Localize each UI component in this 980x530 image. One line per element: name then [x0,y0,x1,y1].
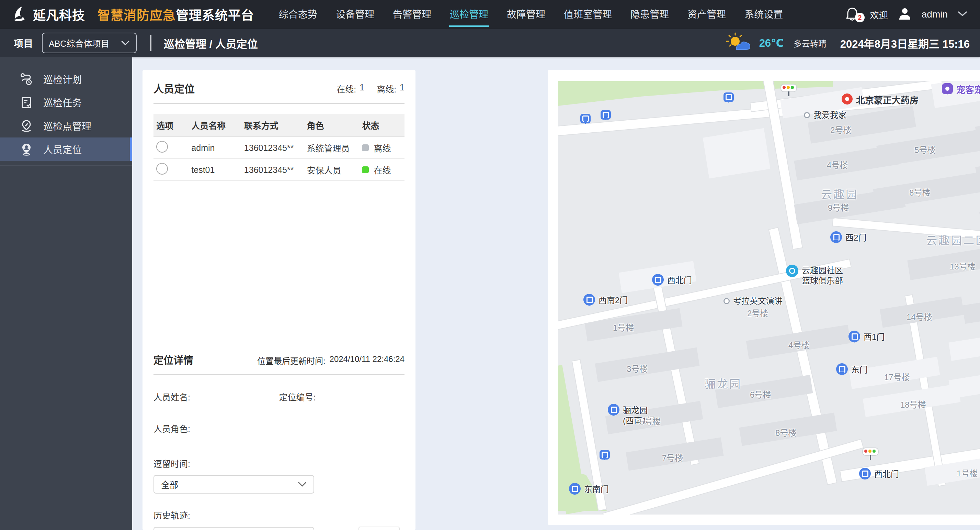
traffic-light-icon [862,447,879,456]
gate-pin-icon[interactable] [569,483,581,495]
map-marker-bldg: 1号楼 [957,468,978,479]
map-marker-gate: 西北门 [652,275,692,286]
map-building [948,329,980,361]
map-marker-poi-dot: 我爱我家 [804,110,846,120]
poi-dot-pin-icon[interactable] [804,112,810,118]
history-track-label: 历史轨迹: [153,509,190,521]
map-label: 云趣园 [821,188,858,201]
datetime: 2024年8月3日星期三 15:16 [840,35,970,51]
top-right: 2 欢迎 admin [845,6,968,22]
poi-purple-pin-icon[interactable] [942,83,953,94]
gate-pin-icon[interactable] [836,363,848,375]
nav-item-overview[interactable]: 综合态势 [278,2,318,27]
temperature: 26℃ [759,37,784,49]
map-label: 考拉英文演讲 [733,296,783,306]
map-label: 5号楼 [640,417,661,427]
map[interactable]: 宠客宠物店北京蒙正大药房我爱我家2号楼6号楼5号楼4号楼7号楼8号楼云趣园9号楼… [558,81,980,514]
poi-red-pin-icon[interactable] [842,94,853,104]
map-marker-bldg: 2号楼 [830,125,851,136]
nav-item-alarms[interactable]: 告警管理 [392,2,432,27]
gate-pin-icon[interactable] [859,468,871,479]
map-marker-bldg: 2号楼 [747,308,768,319]
row-radio[interactable] [156,141,168,153]
col-option: 选项 [153,114,189,137]
history-datetime-input[interactable]: 年 /月/日 00:00 - 23:59 [153,527,314,530]
sidebar-item-label: 巡检计划 [43,72,82,86]
col-name: 人员名称 [189,114,242,137]
online-count: 1 [360,83,364,95]
panel-title: 人员定位 [153,80,195,96]
map-marker-club: 云趣园社区 篮球俱乐部 [786,265,843,286]
table-row[interactable]: test01 136012345** 安保人员 在线 [153,159,404,181]
map-marker-bus [600,450,610,460]
row-radio[interactable] [156,163,168,175]
person-role: 安保人员 [304,159,360,181]
username-label[interactable]: admin [922,9,948,20]
map-marker-bldg: 9号楼 [828,203,849,213]
map-label: 西1门 [864,332,885,342]
gate-pin-icon[interactable] [584,294,595,306]
poi-dot-pin-icon[interactable] [724,298,730,304]
table-row[interactable]: admin 136012345** 系统管理员 离线 [153,137,404,159]
breadcrumb: 巡检管理 / 人员定位 [164,35,258,51]
sidebar-item-label: 人员定位 [43,142,82,156]
gate-pin-icon[interactable] [652,274,664,286]
person-phone: 136012345** [242,159,304,181]
sidebar-item-inspection-task[interactable]: 巡检任务 [0,91,132,114]
brand-company: 延凡科技 [33,5,85,24]
map-label: 西北门 [874,469,899,479]
map-label: 北京蒙正大药房 [856,95,918,106]
gate-pin-icon[interactable] [830,231,842,243]
gate-pin-icon[interactable] [608,404,619,415]
main-nav: 综合态势 设备管理 告警管理 巡检管理 故障管理 值班室管理 隐患管理 资产管理… [278,2,835,27]
project-chevron-down-icon [121,40,130,46]
person-name: test01 [189,159,242,181]
map-marker-bus [601,110,611,120]
query-button[interactable]: 查询 [358,527,400,530]
person-location-panel: 人员定位 在线:1 离线:1 选项 人员名称 联系方式 角色 状 [143,70,415,530]
user-avatar-icon[interactable] [897,6,912,22]
bus-pin-icon[interactable] [580,114,590,123]
bus-pin-icon[interactable] [601,110,611,120]
map-marker-gate: 西2门 [830,233,866,243]
map-label: 8号楼 [775,428,796,438]
company-logo-icon [10,5,28,24]
nav-item-faults[interactable]: 故障管理 [506,2,546,27]
nav-item-devices[interactable]: 设备管理 [335,2,375,27]
map-label: 2号楼 [747,308,768,319]
sidebar-item-person-location[interactable]: 人员定位 [0,137,132,161]
map-label: 骊龙园 [705,377,742,391]
map-marker-gate: 西南2门 [584,295,628,306]
club-pin-icon[interactable] [786,265,799,277]
last-updated-value: 2024/10/11 22:46:24 [329,354,404,366]
nav-item-assets[interactable]: 资产管理 [687,2,727,27]
map-marker-poi-purple: 宠客宠物店 [942,85,980,96]
app: 延凡科技 智慧消防应急管理系统平台 综合态势 设备管理 告警管理 巡检管理 故障… [0,0,980,530]
project-select[interactable]: ABC综合体项目 [42,33,137,53]
map-label: 8号楼 [909,188,930,198]
user-menu-chevron-down-icon[interactable] [957,10,968,19]
project-select-value: ABC综合体项目 [49,37,121,49]
stay-time-value: 全部 [161,478,298,490]
nav-item-hazards[interactable]: 隐患管理 [630,2,670,27]
notification-bell-icon[interactable]: 2 [845,6,861,22]
project-label: 项目 [14,36,33,50]
divider [150,35,151,51]
map-label: 13号楼 [950,262,975,272]
sidebar-item-inspection-points[interactable]: 巡检点管理 [0,114,132,137]
map-marker-gate: 西1门 [848,332,885,342]
nav-item-inspection[interactable]: 巡检管理 [449,2,489,27]
map-label: 4号楼 [788,340,809,351]
bus-pin-icon[interactable] [724,93,734,102]
brand: 延凡科技 智慧消防应急管理系统平台 [10,5,278,24]
map-building [703,128,770,179]
nav-item-duty-room[interactable]: 值班室管理 [563,2,612,27]
nav-item-settings[interactable]: 系统设置 [744,2,784,27]
bus-pin-icon[interactable] [600,450,610,460]
weather-icon [726,32,751,54]
gate-pin-icon[interactable] [848,330,860,342]
stay-time-select[interactable]: 全部 [153,475,314,493]
sidebar-item-inspection-plan[interactable]: 巡检计划 [0,67,132,91]
content: 巡检计划 巡检任务 巡检点管理 人员定位 人员定位 [0,57,980,530]
clipboard-icon [20,96,33,109]
